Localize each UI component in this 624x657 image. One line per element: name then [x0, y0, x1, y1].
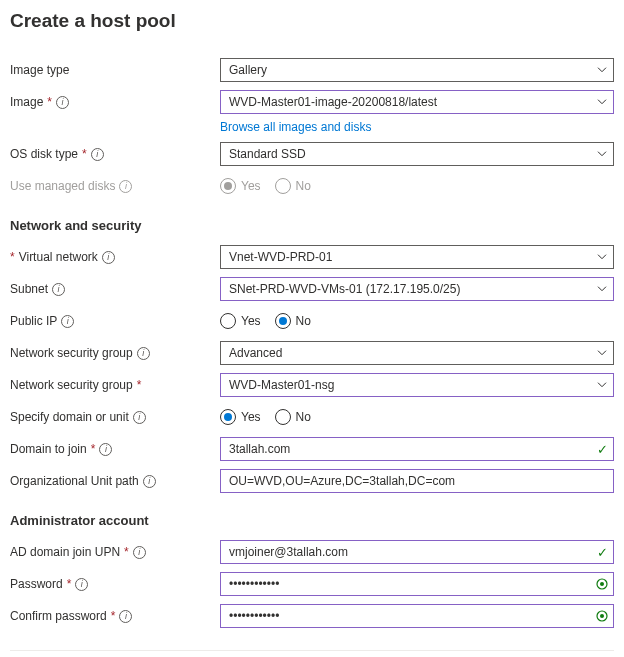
label-virtual-network: *Virtual network i: [10, 250, 220, 264]
info-icon[interactable]: i: [119, 610, 132, 623]
label-ou-path: Organizational Unit path i: [10, 474, 220, 488]
domain-to-join-input[interactable]: [220, 437, 614, 461]
chevron-down-icon: [597, 382, 607, 388]
image-select[interactable]: WVD-Master01-image-20200818/latest: [220, 90, 614, 114]
info-icon[interactable]: i: [133, 411, 146, 424]
chevron-down-icon: [597, 67, 607, 73]
chevron-down-icon: [597, 254, 607, 260]
chevron-down-icon: [597, 99, 607, 105]
label-subnet: Subnet i: [10, 282, 220, 296]
eye-icon[interactable]: [594, 608, 610, 624]
label-image: Image* i: [10, 95, 220, 109]
virtual-network-select[interactable]: Vnet-WVD-PRD-01: [220, 245, 614, 269]
specify-domain-no-radio[interactable]: No: [275, 409, 311, 425]
public-ip-yes-radio[interactable]: Yes: [220, 313, 261, 329]
label-specify-domain: Specify domain or unit i: [10, 410, 220, 424]
chevron-down-icon: [597, 151, 607, 157]
browse-images-link[interactable]: Browse all images and disks: [220, 120, 371, 134]
label-password: Password* i: [10, 577, 220, 591]
info-icon[interactable]: i: [102, 251, 115, 264]
label-ad-upn: AD domain join UPN* i: [10, 545, 220, 559]
svg-point-3: [600, 614, 604, 618]
info-icon[interactable]: i: [143, 475, 156, 488]
info-icon[interactable]: i: [133, 546, 146, 559]
svg-point-1: [600, 582, 604, 586]
info-icon[interactable]: i: [99, 443, 112, 456]
chevron-down-icon: [597, 350, 607, 356]
chevron-down-icon: [597, 286, 607, 292]
public-ip-no-radio[interactable]: No: [275, 313, 311, 329]
label-image-type: Image type: [10, 63, 220, 77]
image-type-select[interactable]: Gallery: [220, 58, 614, 82]
os-disk-type-select[interactable]: Standard SSD: [220, 142, 614, 166]
page-title: Create a host pool: [10, 10, 614, 32]
managed-disks-yes-radio: Yes: [220, 178, 261, 194]
section-admin-account: Administrator account: [10, 513, 614, 528]
info-icon[interactable]: i: [52, 283, 65, 296]
nsg-select[interactable]: Advanced: [220, 341, 614, 365]
info-icon[interactable]: i: [91, 148, 104, 161]
label-domain-to-join: Domain to join* i: [10, 442, 220, 456]
confirm-password-input[interactable]: [220, 604, 614, 628]
ad-upn-input[interactable]: [220, 540, 614, 564]
info-icon[interactable]: i: [75, 578, 88, 591]
managed-disks-no-radio: No: [275, 178, 311, 194]
label-use-managed-disks: Use managed disks i: [10, 179, 220, 193]
label-nsg: Network security group i: [10, 346, 220, 360]
specify-domain-yes-radio[interactable]: Yes: [220, 409, 261, 425]
info-icon[interactable]: i: [61, 315, 74, 328]
eye-icon[interactable]: [594, 576, 610, 592]
label-nsg-required: Network security group*: [10, 378, 220, 392]
info-icon[interactable]: i: [56, 96, 69, 109]
wizard-footer: Review + create < Previous Next: Workspa…: [10, 650, 614, 657]
info-icon[interactable]: i: [137, 347, 150, 360]
password-input[interactable]: [220, 572, 614, 596]
label-os-disk-type: OS disk type* i: [10, 147, 220, 161]
subnet-select[interactable]: SNet-PRD-WVD-VMs-01 (172.17.195.0/25): [220, 277, 614, 301]
info-icon: i: [119, 180, 132, 193]
section-network-security: Network and security: [10, 218, 614, 233]
nsg-required-select[interactable]: WVD-Master01-nsg: [220, 373, 614, 397]
ou-path-input[interactable]: [220, 469, 614, 493]
label-public-ip: Public IP i: [10, 314, 220, 328]
label-confirm-password: Confirm password* i: [10, 609, 220, 623]
